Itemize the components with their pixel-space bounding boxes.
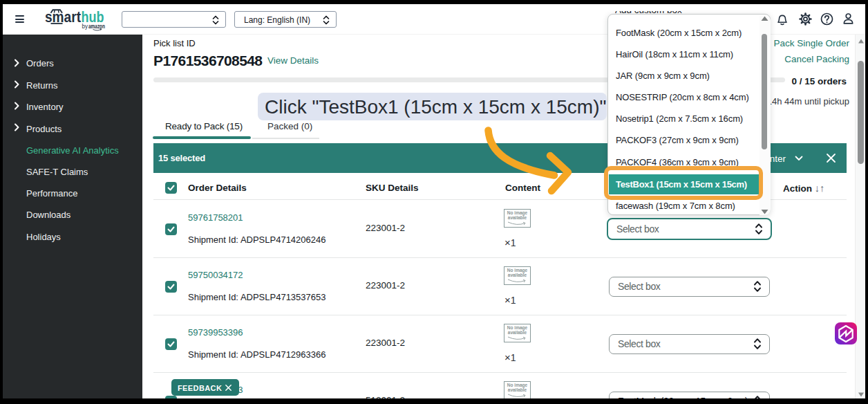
svg-text:amazon: amazon [88, 23, 105, 30]
svg-text:smart: smart [45, 8, 82, 26]
svg-text:by: by [82, 23, 88, 30]
